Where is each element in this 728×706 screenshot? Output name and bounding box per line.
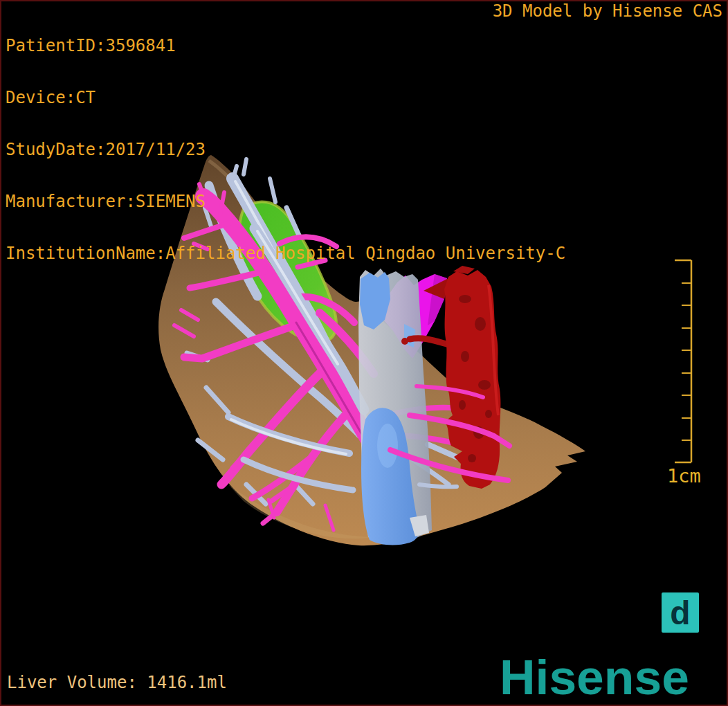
scale-bar-label: 1cm — [667, 465, 701, 487]
liver-volume-label: Liver Volume: 1416.1ml — [7, 673, 227, 692]
watermark-label: 3D Model by Hisense CAS — [493, 3, 722, 20]
hisense-cas-3d-viewer: PatientID:3596841 Device:CT StudyDate:20… — [0, 0, 728, 706]
scale-bar — [675, 260, 691, 462]
patient-info-block: PatientID:3596841 Device:CT StudyDate:20… — [6, 3, 565, 297]
hisense-d-badge: d — [662, 592, 699, 633]
hisense-logo: Hisense — [500, 653, 689, 702]
patient-id-line: PatientID:3596841 — [6, 37, 565, 55]
study-date-line: StudyDate:2017/11/23 — [6, 141, 565, 159]
institution-line: InstitutionName:Affiliated Hospital Qing… — [6, 245, 565, 262]
device-line: Device:CT — [6, 89, 565, 107]
manufacturer-line: Manufacturer:SIEMENS — [6, 193, 565, 210]
